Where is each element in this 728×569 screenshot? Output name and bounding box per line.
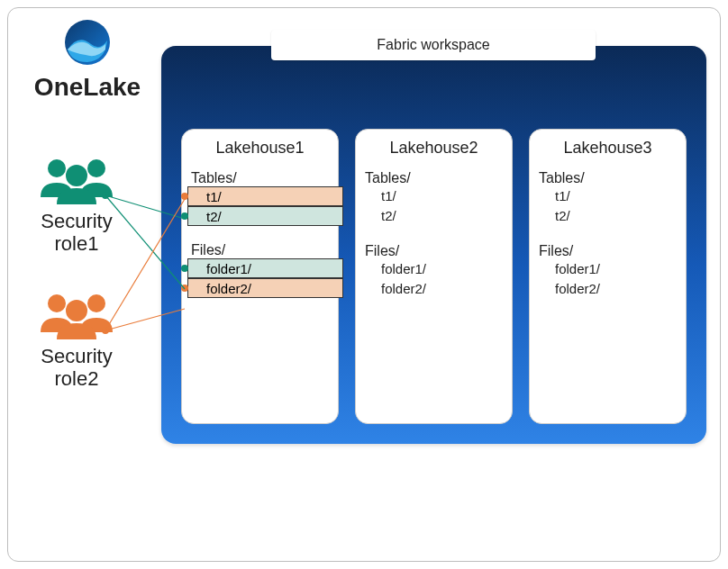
lh1-table-t2-row: t2/ <box>187 206 343 226</box>
lakehouse-title: Lakehouse3 <box>530 139 686 158</box>
files-label: Files/ <box>182 242 338 258</box>
lh1-t1-label: t1/ <box>206 189 222 204</box>
svg-point-1 <box>48 159 66 177</box>
users-icon-orange <box>32 287 122 341</box>
lh1-folder2-label: folder2/ <box>206 281 251 296</box>
svg-point-4 <box>48 294 66 312</box>
role1-label-line2: role1 <box>55 232 99 255</box>
list-item: t1/ <box>530 186 686 206</box>
svg-point-5 <box>87 294 105 312</box>
lh1-folder1-row: folder1/ <box>187 258 343 278</box>
role1-label: Security role1 <box>14 210 140 256</box>
lakehouse1-card: Lakehouse1 Tables/ t1/ t2/ Files/ folder… <box>181 129 339 424</box>
list-item: t1/ <box>356 186 512 206</box>
lakehouse-title: Lakehouse1 <box>182 139 338 158</box>
security-role1-block: Security role1 <box>14 152 140 256</box>
tables-label: Tables/ <box>356 170 512 186</box>
list-item: folder2/ <box>356 279 512 299</box>
list-item: folder1/ <box>356 259 512 279</box>
lakehouse-title: Lakehouse2 <box>356 139 512 158</box>
tables-label: Tables/ <box>530 170 686 186</box>
svg-point-6 <box>66 300 87 321</box>
dot-orange-icon <box>181 193 188 200</box>
list-item: folder1/ <box>530 259 686 279</box>
lakehouse3-card: Lakehouse3 Tables/ t1/ t2/ Files/ folder… <box>529 129 687 424</box>
workspace-title-tab: Fabric workspace <box>271 30 596 60</box>
dot-teal-icon <box>181 265 188 272</box>
security-role2-block: Security role2 <box>14 287 140 391</box>
svg-point-3 <box>66 165 87 186</box>
onelake-icon <box>60 17 114 68</box>
role2-label-line1: Security <box>41 345 112 367</box>
files-label: Files/ <box>356 243 512 259</box>
tables-label: Tables/ <box>182 170 338 186</box>
dot-teal-icon <box>181 212 188 220</box>
fabric-workspace-panel: Fabric workspace Lakehouse1 Tables/ t1/ … <box>161 46 706 444</box>
role1-label-line1: Security <box>41 210 112 232</box>
lh1-table-t1-row: t1/ <box>187 186 343 206</box>
svg-point-2 <box>87 159 105 177</box>
lh1-folder1-label: folder1/ <box>206 261 251 276</box>
dot-orange-icon <box>181 284 188 292</box>
lakehouses-row: Lakehouse1 Tables/ t1/ t2/ Files/ folder… <box>181 129 687 424</box>
onelake-label: OneLake <box>24 73 150 102</box>
list-item: folder2/ <box>530 279 686 299</box>
role2-label-line2: role2 <box>55 367 99 390</box>
files-label: Files/ <box>530 243 686 259</box>
list-item: t2/ <box>356 206 512 226</box>
lh1-t2-label: t2/ <box>206 209 222 224</box>
onelake-block: OneLake <box>24 17 150 102</box>
lh1-folder2-row: folder2/ <box>187 278 343 298</box>
list-item: t2/ <box>530 206 686 226</box>
lakehouse2-card: Lakehouse2 Tables/ t1/ t2/ Files/ folder… <box>355 129 513 424</box>
diagram-frame: OneLake Security role1 <box>7 7 721 562</box>
role2-label: Security role2 <box>14 345 140 391</box>
users-icon-teal <box>32 152 122 206</box>
